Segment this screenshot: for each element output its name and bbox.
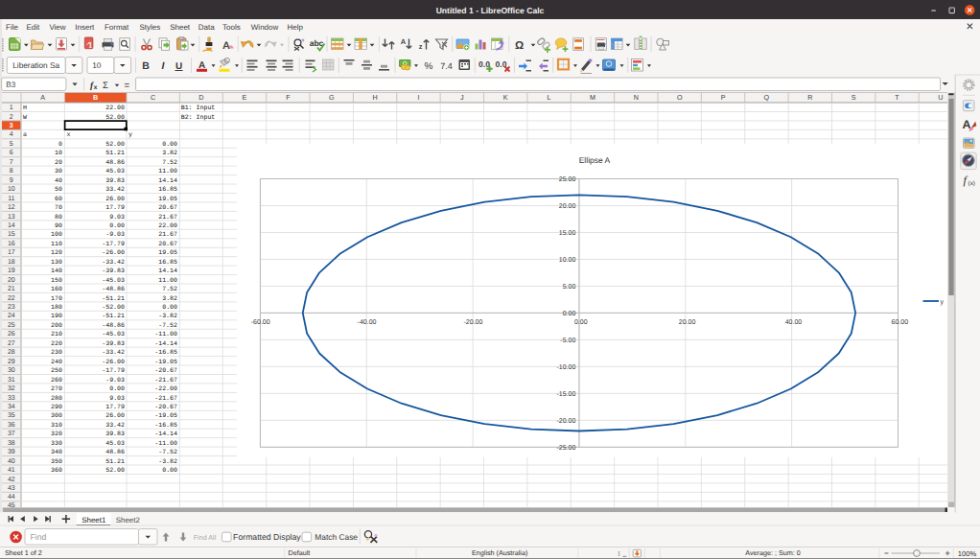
- svg-text:-5.00: -5.00: [560, 338, 575, 344]
- svg-text:3: 3: [10, 123, 13, 129]
- svg-text:B1: Input: B1: Input: [181, 105, 216, 111]
- svg-text:-45.03: -45.03: [102, 331, 125, 338]
- svg-text:180: 180: [51, 304, 62, 311]
- svg-text:28: 28: [8, 349, 15, 356]
- svg-text:10: 10: [55, 150, 62, 156]
- svg-text:22.00: 22.00: [105, 105, 125, 111]
- svg-text:S: S: [852, 93, 856, 102]
- svg-text:0.00: 0.00: [162, 304, 177, 311]
- svg-text:Ellipse A: Ellipse A: [579, 155, 611, 165]
- svg-text:52.00: 52.00: [105, 141, 125, 148]
- svg-text:10: 10: [92, 60, 102, 70]
- svg-text:10: 10: [8, 186, 15, 193]
- svg-text:H: H: [372, 93, 377, 102]
- svg-text:-25.00: -25.00: [556, 445, 575, 452]
- svg-text:360: 360: [51, 467, 62, 474]
- svg-text:Sheet: Sheet: [170, 23, 191, 32]
- svg-text:17.79: 17.79: [105, 204, 125, 211]
- svg-text:14.14: 14.14: [158, 177, 177, 184]
- svg-text:-48.86: -48.86: [102, 322, 125, 329]
- svg-text:0.00: 0.00: [574, 319, 588, 326]
- svg-text:-19.05: -19.05: [154, 359, 177, 365]
- svg-text:340: 340: [51, 449, 62, 455]
- svg-text:150: 150: [51, 277, 62, 284]
- svg-text:-51.21: -51.21: [102, 295, 125, 302]
- svg-text:0: 0: [58, 141, 62, 148]
- svg-text:21.67: 21.67: [158, 231, 177, 238]
- svg-text:x: x: [94, 84, 98, 91]
- svg-text:(x): (x): [968, 180, 975, 187]
- svg-text:42: 42: [8, 477, 15, 483]
- svg-text:200: 200: [51, 322, 62, 329]
- svg-text:40.00: 40.00: [785, 319, 803, 326]
- svg-text:H: H: [23, 105, 27, 111]
- svg-text:y: y: [128, 131, 132, 138]
- svg-text:U: U: [938, 93, 943, 102]
- svg-text:-16.85: -16.85: [154, 422, 177, 429]
- svg-text:11: 11: [8, 196, 14, 202]
- svg-text:280: 280: [51, 395, 62, 402]
- svg-text:350: 350: [51, 458, 62, 465]
- svg-text:A: A: [401, 37, 407, 46]
- svg-text:160: 160: [51, 286, 62, 292]
- svg-text:Data: Data: [198, 23, 215, 32]
- svg-text:41: 41: [8, 467, 15, 474]
- svg-text:-20.67: -20.67: [154, 404, 177, 410]
- svg-text:Formatted Display: Formatted Display: [233, 532, 301, 542]
- svg-text:7.4: 7.4: [440, 61, 453, 71]
- svg-text:-17.79: -17.79: [102, 367, 125, 374]
- svg-text:Sheet 1 of 2: Sheet 1 of 2: [5, 548, 42, 557]
- svg-text:39: 39: [8, 449, 15, 455]
- svg-text:21: 21: [8, 286, 15, 292]
- svg-text:Match Case: Match Case: [315, 532, 358, 542]
- svg-text:0.0: 0.0: [478, 59, 490, 69]
- svg-text:320: 320: [51, 431, 62, 437]
- svg-text:-26.00: -26.00: [102, 359, 125, 365]
- svg-text:Insert: Insert: [75, 23, 95, 32]
- svg-text:29: 29: [8, 359, 15, 365]
- svg-text:22: 22: [8, 295, 15, 302]
- svg-text:F: F: [286, 93, 291, 102]
- svg-text:B2: Input: B2: Input: [181, 114, 216, 121]
- svg-text:33.42: 33.42: [105, 186, 125, 193]
- svg-text:33.42: 33.42: [105, 422, 125, 429]
- svg-text:7.52: 7.52: [162, 159, 177, 166]
- svg-text:27: 27: [8, 340, 15, 347]
- svg-text:Window: Window: [251, 23, 279, 32]
- svg-text:9: 9: [10, 177, 13, 184]
- svg-text:40: 40: [55, 177, 62, 184]
- svg-text:-20.00: -20.00: [556, 418, 575, 425]
- svg-text:16.85: 16.85: [158, 186, 177, 193]
- svg-text:10.00: 10.00: [559, 257, 576, 264]
- svg-text:210: 210: [51, 331, 62, 338]
- svg-text:-26.00: -26.00: [102, 249, 125, 256]
- svg-text:English (Australia): English (Australia): [472, 548, 527, 557]
- svg-text:43: 43: [8, 485, 15, 492]
- svg-text:20.00: 20.00: [679, 319, 696, 326]
- svg-text:250: 250: [51, 367, 62, 374]
- svg-text:70: 70: [55, 204, 62, 211]
- svg-text:T: T: [895, 93, 899, 102]
- svg-text:B3: B3: [6, 81, 15, 89]
- svg-text:G: G: [329, 93, 335, 102]
- svg-text:25.00: 25.00: [559, 176, 576, 183]
- svg-text:19.05: 19.05: [158, 196, 177, 202]
- svg-text:a: a: [23, 131, 27, 138]
- svg-text:220: 220: [51, 340, 62, 347]
- svg-text:B: B: [93, 93, 98, 102]
- svg-text:80: 80: [55, 214, 62, 221]
- svg-text:330: 330: [51, 440, 62, 447]
- svg-text:8: 8: [10, 168, 13, 175]
- svg-text:0.00: 0.00: [109, 222, 125, 229]
- svg-text:36: 36: [8, 422, 15, 429]
- svg-text:130: 130: [51, 259, 62, 266]
- svg-text:13: 13: [8, 214, 15, 221]
- svg-text:B: B: [142, 60, 150, 72]
- svg-text:M: M: [590, 93, 595, 102]
- svg-text:-45.03: -45.03: [102, 277, 125, 284]
- svg-text:48.86: 48.86: [105, 449, 125, 455]
- svg-text:Find: Find: [31, 532, 47, 542]
- svg-text:12: 12: [8, 204, 15, 211]
- svg-text:x: x: [66, 131, 70, 138]
- svg-text:17: 17: [8, 249, 15, 256]
